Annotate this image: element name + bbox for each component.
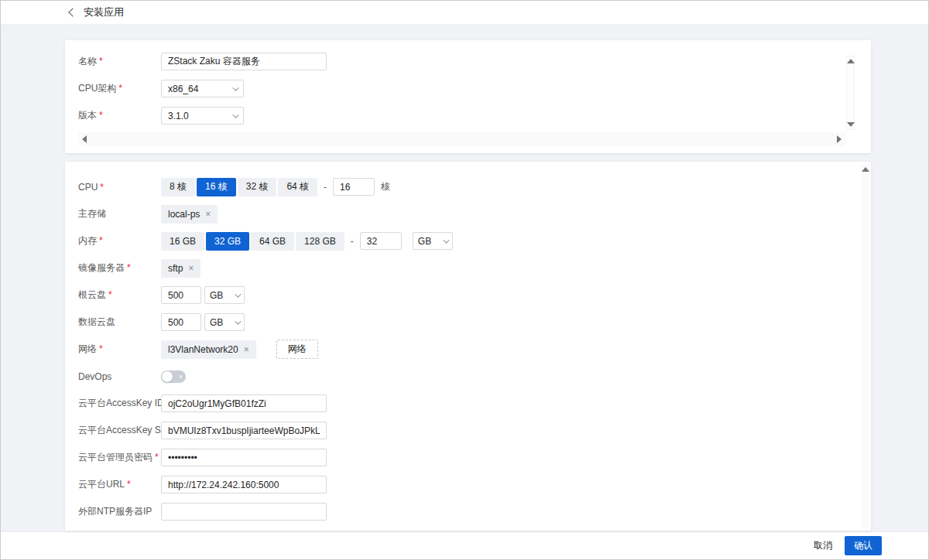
page-content: 名称* CPU架构* x86_64 版本* 3.1.0 (1, 25, 928, 531)
scroll-right-icon[interactable] (837, 135, 842, 143)
action-footer: 取消 确认 (1, 531, 928, 559)
toggle-knob (162, 371, 173, 382)
dash-separator: - (324, 182, 327, 193)
access-key-id-input[interactable] (161, 394, 327, 412)
cpu-option-8[interactable]: 8 核 (161, 178, 195, 196)
form-row-primary-storage: 主存储 local-ps × (65, 200, 871, 227)
required-mark: * (127, 262, 131, 273)
form-row-cpu: CPU* 8 核 16 核 32 核 64 核 - 核 (65, 173, 871, 200)
platform-url-input[interactable] (161, 476, 327, 493)
cpu-custom-input[interactable] (333, 178, 375, 196)
field-label: 云平台管理员密码* (78, 451, 161, 464)
memory-unit-select[interactable]: GB (413, 232, 453, 250)
cpu-option-32[interactable]: 32 核 (238, 178, 277, 196)
memory-size-options: 16 GB 32 GB 64 GB 128 GB (161, 232, 346, 251)
field-label: CPU* (78, 182, 161, 193)
back-chevron-icon (68, 8, 77, 16)
form-row-image-server: 镜像服务器* sftp × (65, 254, 871, 282)
version-selected-value: 3.1.0 (168, 111, 189, 121)
dash-separator: - (351, 236, 354, 247)
cpu-option-64[interactable]: 64 核 (278, 178, 317, 196)
data-disk-size-input[interactable] (161, 313, 201, 331)
field-label: 网络* (78, 343, 161, 356)
horizontal-scrollbar[interactable] (78, 132, 845, 146)
memory-option-64gb[interactable]: 64 GB (251, 232, 294, 251)
cancel-button[interactable]: 取消 (814, 539, 832, 552)
memory-option-16gb[interactable]: 16 GB (161, 232, 204, 251)
remove-tag-icon[interactable]: × (188, 264, 194, 273)
primary-storage-tag: local-ps × (161, 205, 218, 224)
config-panel: CPU* 8 核 16 核 32 核 64 核 - 核 主存储 local-ps… (65, 162, 871, 531)
form-row-name: 名称* (65, 48, 871, 75)
field-label: 内存* (78, 234, 161, 248)
required-mark: * (118, 83, 122, 94)
form-row-root-disk: 根云盘* GB (65, 282, 871, 309)
field-label: 外部NTP服务器IP (78, 505, 161, 518)
back-button[interactable] (70, 9, 84, 15)
field-label: 云平台AccessKey ID* (78, 397, 161, 410)
scroll-left-icon[interactable] (82, 135, 87, 143)
chevron-down-icon (232, 111, 238, 118)
required-mark: * (127, 479, 131, 490)
form-row-memory: 内存* 16 GB 32 GB 64 GB 128 GB - GB (65, 227, 871, 254)
form-row-access-key-secret: 云平台AccessKey Secr... (65, 417, 871, 444)
scroll-up-icon[interactable] (847, 59, 855, 63)
vertical-scrollbar-lower[interactable] (861, 165, 870, 528)
required-mark: * (108, 289, 112, 300)
toggle-off-icon: × (179, 371, 183, 382)
required-mark: * (99, 343, 103, 354)
memory-option-32gb[interactable]: 32 GB (206, 232, 249, 251)
root-disk-unit-select[interactable]: GB (204, 286, 245, 304)
network-tag: l3VlanNetwork20 × (161, 340, 256, 359)
root-disk-size-input[interactable] (161, 286, 201, 304)
field-label: DevOps (78, 371, 161, 382)
page-title: 安装应用 (84, 5, 124, 19)
required-mark: * (99, 110, 103, 121)
form-row-version: 版本* 3.1.0 (65, 102, 871, 129)
scroll-down-icon[interactable] (847, 122, 855, 127)
chevron-down-icon (232, 84, 238, 90)
cpu-arch-select[interactable]: x86_64 (161, 80, 244, 97)
cpu-unit-suffix: 核 (381, 180, 390, 193)
memory-custom-input[interactable] (360, 232, 402, 250)
version-select[interactable]: 3.1.0 (161, 107, 244, 125)
required-mark: * (100, 182, 104, 193)
chevron-down-icon (235, 291, 241, 297)
chevron-down-icon (235, 318, 241, 324)
cpu-arch-selected-value: x86_64 (168, 84, 198, 94)
data-disk-unit-select[interactable]: GB (204, 313, 245, 331)
vertical-scrollbar-upper[interactable] (846, 56, 855, 130)
field-label: 名称* (78, 55, 161, 68)
scroll-up-icon[interactable] (862, 167, 869, 172)
form-row-devops: DevOps × (65, 363, 871, 390)
add-network-button[interactable]: 网络 (276, 340, 318, 359)
form-row-access-key-id: 云平台AccessKey ID* (65, 390, 871, 417)
form-row-network: 网络* l3VlanNetwork20 × 网络 (65, 336, 871, 363)
access-key-secret-input[interactable] (161, 422, 327, 439)
memory-option-128gb[interactable]: 128 GB (296, 232, 345, 251)
form-row-data-disk: 数据云盘 GB (65, 309, 871, 336)
remove-tag-icon[interactable]: × (205, 210, 211, 219)
name-input[interactable] (161, 53, 327, 70)
field-label: 版本* (78, 109, 161, 122)
field-label: 云平台URL* (78, 478, 161, 491)
devops-toggle[interactable]: × (161, 370, 186, 383)
form-row-admin-password: 云平台管理员密码* (65, 444, 871, 471)
field-label: 镜像服务器* (78, 261, 161, 275)
field-label: 数据云盘 (78, 316, 161, 329)
field-label: CPU架构* (78, 82, 161, 95)
chevron-down-icon (443, 237, 449, 243)
remove-tag-icon[interactable]: × (244, 345, 249, 354)
required-mark: * (99, 235, 103, 246)
form-row-cpu-arch: CPU架构* x86_64 (65, 75, 871, 102)
required-mark: * (99, 56, 103, 67)
field-label: 主存储 (78, 207, 161, 220)
confirm-button[interactable]: 确认 (845, 536, 882, 555)
cpu-size-options: 8 核 16 核 32 核 64 核 (161, 178, 319, 196)
field-label: 根云盘* (78, 289, 161, 302)
ntp-server-input[interactable] (161, 503, 327, 521)
admin-password-input[interactable] (161, 449, 327, 466)
cpu-option-16[interactable]: 16 核 (197, 178, 236, 196)
image-server-tag: sftp × (161, 259, 201, 278)
required-mark: * (155, 452, 159, 463)
